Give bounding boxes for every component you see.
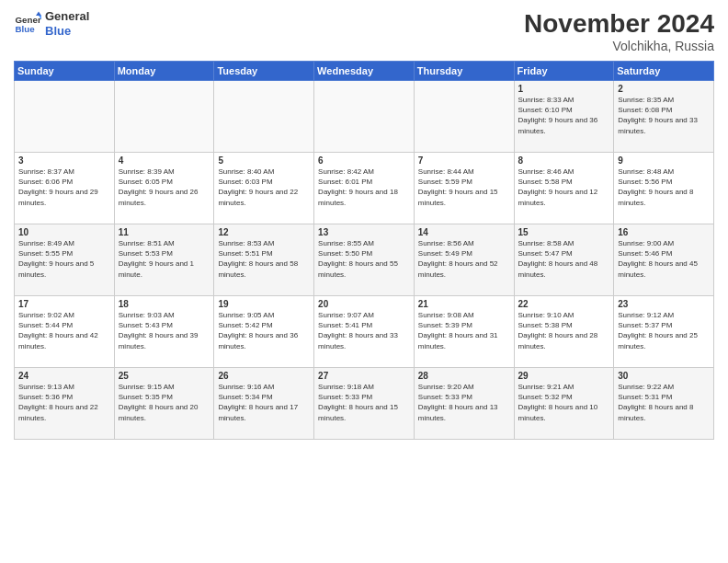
day-info: Sunrise: 9:16 AM Sunset: 5:34 PM Dayligh…	[218, 382, 310, 423]
day-info: Sunrise: 9:05 AM Sunset: 5:42 PM Dayligh…	[218, 310, 310, 351]
day-cell: 14Sunrise: 8:56 AM Sunset: 5:49 PM Dayli…	[414, 224, 514, 296]
day-number: 18	[119, 299, 210, 309]
day-number: 15	[518, 227, 610, 237]
day-info: Sunrise: 8:42 AM Sunset: 6:01 PM Dayligh…	[318, 167, 410, 208]
day-number: 30	[618, 371, 710, 381]
weekday-header-tuesday: Tuesday	[214, 62, 314, 81]
day-number: 7	[418, 155, 510, 166]
week-row-2: 3Sunrise: 8:37 AM Sunset: 6:06 PM Daylig…	[15, 153, 714, 224]
svg-text:Blue: Blue	[16, 24, 36, 34]
day-info: Sunrise: 9:12 AM Sunset: 5:37 PM Dayligh…	[618, 310, 710, 351]
day-info: Sunrise: 8:51 AM Sunset: 5:53 PM Dayligh…	[119, 238, 210, 280]
day-cell: 4Sunrise: 8:39 AM Sunset: 6:05 PM Daylig…	[114, 153, 214, 224]
weekday-header-friday: Friday	[514, 62, 614, 81]
day-cell	[214, 81, 314, 153]
day-info: Sunrise: 9:10 AM Sunset: 5:38 PM Dayligh…	[518, 310, 610, 351]
day-cell: 27Sunrise: 9:18 AM Sunset: 5:33 PM Dayli…	[314, 368, 415, 440]
day-info: Sunrise: 8:49 AM Sunset: 5:55 PM Dayligh…	[18, 238, 110, 280]
day-info: Sunrise: 9:13 AM Sunset: 5:36 PM Dayligh…	[18, 382, 110, 423]
day-info: Sunrise: 9:03 AM Sunset: 5:43 PM Dayligh…	[119, 310, 210, 351]
calendar-container: General Blue GeneralBlue November 2024 V…	[0, 0, 728, 563]
day-info: Sunrise: 8:55 AM Sunset: 5:50 PM Dayligh…	[318, 238, 410, 280]
day-number: 29	[518, 371, 610, 381]
day-info: Sunrise: 9:15 AM Sunset: 5:35 PM Dayligh…	[119, 382, 210, 423]
day-number: 2	[618, 84, 710, 94]
day-number: 14	[418, 227, 510, 237]
day-cell: 9Sunrise: 8:48 AM Sunset: 5:56 PM Daylig…	[614, 153, 714, 224]
day-cell: 28Sunrise: 9:20 AM Sunset: 5:33 PM Dayli…	[414, 368, 514, 440]
day-cell: 18Sunrise: 9:03 AM Sunset: 5:43 PM Dayli…	[114, 296, 214, 368]
day-cell: 24Sunrise: 9:13 AM Sunset: 5:36 PM Dayli…	[15, 368, 115, 440]
location: Volchikha, Russia	[524, 39, 714, 53]
svg-marker-2	[36, 11, 41, 16]
day-cell: 25Sunrise: 9:15 AM Sunset: 5:35 PM Dayli…	[114, 368, 214, 440]
day-info: Sunrise: 9:02 AM Sunset: 5:44 PM Dayligh…	[18, 310, 110, 351]
day-number: 9	[618, 155, 710, 166]
day-number: 1	[518, 84, 610, 94]
day-cell: 8Sunrise: 8:46 AM Sunset: 5:58 PM Daylig…	[514, 153, 614, 224]
day-number: 21	[418, 299, 510, 309]
day-number: 28	[418, 371, 510, 381]
weekday-header-wednesday: Wednesday	[314, 62, 415, 81]
day-cell: 12Sunrise: 8:53 AM Sunset: 5:51 PM Dayli…	[214, 224, 314, 296]
day-cell: 15Sunrise: 8:58 AM Sunset: 5:47 PM Dayli…	[514, 224, 614, 296]
day-info: Sunrise: 8:53 AM Sunset: 5:51 PM Dayligh…	[218, 238, 310, 280]
day-info: Sunrise: 8:46 AM Sunset: 5:58 PM Dayligh…	[518, 167, 610, 208]
day-number: 17	[18, 299, 110, 309]
day-number: 13	[318, 227, 410, 237]
day-info: Sunrise: 9:00 AM Sunset: 5:46 PM Dayligh…	[618, 238, 710, 280]
day-info: Sunrise: 9:08 AM Sunset: 5:39 PM Dayligh…	[418, 310, 510, 351]
day-number: 22	[518, 299, 610, 309]
day-info: Sunrise: 8:44 AM Sunset: 5:59 PM Dayligh…	[418, 167, 510, 208]
day-number: 19	[218, 299, 310, 309]
day-cell: 22Sunrise: 9:10 AM Sunset: 5:38 PM Dayli…	[514, 296, 614, 368]
day-number: 24	[18, 371, 110, 381]
day-number: 6	[318, 155, 410, 166]
day-info: Sunrise: 8:58 AM Sunset: 5:47 PM Dayligh…	[518, 238, 610, 280]
day-cell: 29Sunrise: 9:21 AM Sunset: 5:32 PM Dayli…	[514, 368, 614, 440]
day-info: Sunrise: 8:37 AM Sunset: 6:06 PM Dayligh…	[18, 167, 110, 208]
day-cell: 3Sunrise: 8:37 AM Sunset: 6:06 PM Daylig…	[15, 153, 115, 224]
day-cell: 2Sunrise: 8:35 AM Sunset: 6:08 PM Daylig…	[614, 81, 714, 153]
day-number: 23	[618, 299, 710, 309]
day-cell: 21Sunrise: 9:08 AM Sunset: 5:39 PM Dayli…	[414, 296, 514, 368]
day-info: Sunrise: 9:07 AM Sunset: 5:41 PM Dayligh…	[318, 310, 410, 351]
day-info: Sunrise: 8:40 AM Sunset: 6:03 PM Dayligh…	[218, 167, 310, 208]
day-cell: 23Sunrise: 9:12 AM Sunset: 5:37 PM Dayli…	[614, 296, 714, 368]
weekday-header-sunday: Sunday	[15, 62, 115, 81]
day-number: 8	[518, 155, 610, 166]
day-number: 11	[119, 227, 210, 237]
day-cell: 16Sunrise: 9:00 AM Sunset: 5:46 PM Dayli…	[614, 224, 714, 296]
day-cell: 20Sunrise: 9:07 AM Sunset: 5:41 PM Dayli…	[314, 296, 415, 368]
day-cell	[15, 81, 115, 153]
header: General Blue GeneralBlue November 2024 V…	[14, 9, 714, 53]
svg-text:General: General	[16, 14, 42, 24]
week-row-1: 1Sunrise: 8:33 AM Sunset: 6:10 PM Daylig…	[15, 81, 714, 153]
day-cell: 10Sunrise: 8:49 AM Sunset: 5:55 PM Dayli…	[15, 224, 115, 296]
day-info: Sunrise: 8:48 AM Sunset: 5:56 PM Dayligh…	[618, 167, 710, 208]
day-cell: 26Sunrise: 9:16 AM Sunset: 5:34 PM Dayli…	[214, 368, 314, 440]
day-info: Sunrise: 8:56 AM Sunset: 5:49 PM Dayligh…	[418, 238, 510, 280]
logo: General Blue GeneralBlue	[14, 9, 89, 38]
day-cell	[414, 81, 514, 153]
weekday-header-saturday: Saturday	[614, 62, 714, 81]
day-cell	[114, 81, 214, 153]
logo-icon: General Blue	[14, 10, 41, 38]
day-number: 26	[218, 371, 310, 381]
day-cell: 17Sunrise: 9:02 AM Sunset: 5:44 PM Dayli…	[15, 296, 115, 368]
day-info: Sunrise: 9:21 AM Sunset: 5:32 PM Dayligh…	[518, 382, 610, 423]
calendar-table: SundayMondayTuesdayWednesdayThursdayFrid…	[14, 61, 714, 440]
month-title: November 2024	[524, 9, 714, 39]
weekday-header-thursday: Thursday	[414, 62, 514, 81]
day-info: Sunrise: 8:35 AM Sunset: 6:08 PM Dayligh…	[618, 95, 710, 136]
day-cell: 30Sunrise: 9:22 AM Sunset: 5:31 PM Dayli…	[614, 368, 714, 440]
day-cell: 7Sunrise: 8:44 AM Sunset: 5:59 PM Daylig…	[414, 153, 514, 224]
day-info: Sunrise: 9:20 AM Sunset: 5:33 PM Dayligh…	[418, 382, 510, 423]
day-number: 20	[318, 299, 410, 309]
day-cell	[314, 81, 415, 153]
week-row-5: 24Sunrise: 9:13 AM Sunset: 5:36 PM Dayli…	[15, 368, 714, 440]
day-number: 12	[218, 227, 310, 237]
weekday-header-monday: Monday	[114, 62, 214, 81]
weekday-header-row: SundayMondayTuesdayWednesdayThursdayFrid…	[15, 62, 714, 81]
day-cell: 19Sunrise: 9:05 AM Sunset: 5:42 PM Dayli…	[214, 296, 314, 368]
